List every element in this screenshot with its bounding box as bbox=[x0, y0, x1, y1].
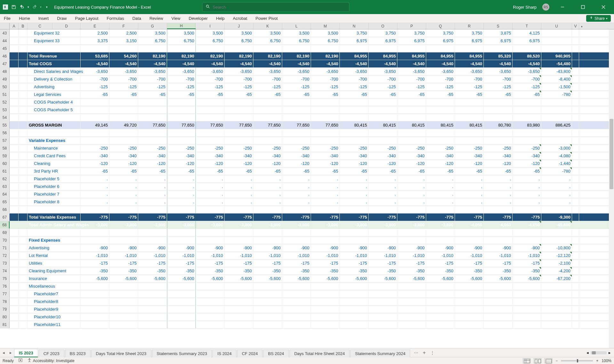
row-61[interactable]: 613rd Party HR-65-65-65-65-65-65-65-65-6… bbox=[0, 167, 614, 175]
cell-O73[interactable]: -175 bbox=[369, 259, 397, 267]
cell-Q47[interactable]: -4,540 bbox=[426, 60, 455, 67]
cell-P60[interactable]: -120 bbox=[397, 160, 426, 167]
cell-V53[interactable] bbox=[572, 106, 579, 113]
cell-G58[interactable]: -250 bbox=[138, 144, 167, 152]
cell-N80[interactable] bbox=[340, 313, 369, 321]
cell-G79[interactable] bbox=[138, 306, 167, 313]
cell-N60[interactable]: -120 bbox=[340, 160, 369, 167]
menu-file[interactable]: File bbox=[4, 16, 11, 21]
row-header-68[interactable]: 68 bbox=[0, 221, 10, 228]
cell-U76[interactable] bbox=[541, 283, 572, 290]
cell-P66[interactable] bbox=[397, 206, 426, 213]
cell-U44[interactable] bbox=[541, 37, 572, 44]
cell-U48[interactable]: -43,800 bbox=[541, 68, 572, 75]
cell-F43[interactable]: 2,500 bbox=[109, 29, 138, 37]
cell-N79[interactable] bbox=[340, 306, 369, 313]
cell-R80[interactable] bbox=[455, 313, 484, 321]
cell-S68[interactable]: -4,050 bbox=[484, 221, 513, 228]
cell-B64[interactable] bbox=[19, 190, 28, 198]
cell-J47[interactable]: -4,540 bbox=[225, 60, 253, 67]
sheet-tab-cf-2023[interactable]: CF 2023 bbox=[39, 350, 64, 357]
cell-Q73[interactable]: -175 bbox=[426, 259, 455, 267]
col-header-V[interactable]: V bbox=[572, 23, 579, 29]
col-header-J[interactable]: J bbox=[225, 23, 253, 29]
cell-R67[interactable]: -775 bbox=[455, 213, 484, 221]
cell-Q62[interactable]: . bbox=[426, 175, 455, 182]
cell-N64[interactable]: . bbox=[340, 190, 369, 198]
cell-R44[interactable]: 6,975 bbox=[455, 37, 484, 44]
cell-E67[interactable]: -775 bbox=[81, 213, 109, 221]
cell-N48[interactable]: -3,650 bbox=[340, 68, 369, 75]
row-header-54[interactable]: 54 bbox=[0, 114, 10, 121]
cell-R73[interactable]: -175 bbox=[455, 259, 484, 267]
cell-K78[interactable] bbox=[253, 298, 282, 305]
cell-S63[interactable]: . bbox=[484, 183, 513, 190]
search-box[interactable] bbox=[202, 2, 349, 12]
row-label[interactable]: Total Admin Salary and Wages bbox=[28, 221, 81, 228]
cell-S43[interactable]: 3,875 bbox=[484, 29, 513, 37]
cell-K73[interactable]: -175 bbox=[253, 259, 282, 267]
cell-I63[interactable]: . bbox=[196, 183, 225, 190]
cell-H59[interactable]: -340 bbox=[167, 152, 196, 159]
row-label[interactable]: Total Revenue bbox=[28, 52, 81, 60]
cell-J81[interactable] bbox=[225, 321, 253, 328]
cell-R64[interactable]: . bbox=[455, 190, 484, 198]
cell-N69[interactable] bbox=[340, 229, 369, 236]
cell-V64[interactable] bbox=[572, 190, 579, 198]
cell-O52[interactable] bbox=[369, 98, 397, 106]
row-43[interactable]: 43Equipment 322,5002,5003,5003,5003,5003… bbox=[0, 29, 614, 37]
cell-I48[interactable]: -3,650 bbox=[196, 68, 225, 75]
cell-B44[interactable] bbox=[19, 37, 28, 44]
cell-L73[interactable]: -175 bbox=[282, 259, 311, 267]
cell-U51[interactable]: -780 bbox=[541, 91, 572, 98]
cell-B72[interactable] bbox=[19, 252, 28, 259]
row-header-80[interactable]: 80 bbox=[0, 313, 10, 321]
cell-P63[interactable]: . bbox=[397, 183, 426, 190]
accessibility-icon[interactable] bbox=[27, 358, 32, 363]
cell-L52[interactable] bbox=[282, 98, 311, 106]
cell-S73[interactable]: -175 bbox=[484, 259, 513, 267]
cell-P68[interactable]: -3,800 bbox=[397, 221, 426, 228]
cell-N63[interactable]: . bbox=[340, 183, 369, 190]
cell-K70[interactable] bbox=[253, 236, 282, 244]
cell-F81[interactable] bbox=[109, 321, 138, 328]
cell-S54[interactable] bbox=[484, 114, 513, 121]
cell-U70[interactable] bbox=[541, 236, 572, 244]
cell-A80[interactable] bbox=[10, 313, 19, 321]
cell-J64[interactable]: . bbox=[225, 190, 253, 198]
cell-S78[interactable] bbox=[484, 298, 513, 305]
row-52[interactable]: 52COGS Placeholder 4 bbox=[0, 98, 614, 106]
cell-N66[interactable] bbox=[340, 206, 369, 213]
cell-V60[interactable] bbox=[572, 160, 579, 167]
cell-J74[interactable]: -350 bbox=[225, 267, 253, 275]
row-label[interactable]: GROSS MARGIN bbox=[28, 121, 81, 129]
cell-Q54[interactable] bbox=[426, 114, 455, 121]
cell-N57[interactable] bbox=[340, 137, 369, 144]
cell-I79[interactable] bbox=[196, 306, 225, 313]
cell-H76[interactable] bbox=[167, 283, 196, 290]
cell-L63[interactable]: . bbox=[282, 183, 311, 190]
row-header-69[interactable]: 69 bbox=[0, 229, 10, 236]
cell-U56[interactable] bbox=[541, 129, 572, 136]
cell-P55[interactable]: 80,415 bbox=[397, 121, 426, 129]
hscroll-left-icon[interactable]: ◂ bbox=[586, 350, 589, 355]
cell-T68[interactable]: -4,050 bbox=[513, 221, 541, 228]
col-header-M[interactable]: M bbox=[311, 23, 340, 29]
cell-O47[interactable]: -4,540 bbox=[369, 60, 397, 67]
cell-A75[interactable] bbox=[10, 275, 19, 282]
col-header-R[interactable]: R bbox=[455, 23, 484, 29]
cell-K56[interactable] bbox=[253, 129, 282, 136]
menu-insert[interactable]: Insert bbox=[38, 16, 49, 21]
cell-K51[interactable]: -65 bbox=[253, 91, 282, 98]
cell-N54[interactable] bbox=[340, 114, 369, 121]
view-page-break-button[interactable] bbox=[545, 358, 552, 363]
cell-T76[interactable] bbox=[513, 283, 541, 290]
cell-M60[interactable]: -120 bbox=[311, 160, 340, 167]
cell-A51[interactable] bbox=[10, 91, 19, 98]
row-label[interactable]: Placeholder 7 bbox=[28, 190, 81, 198]
cell-B81[interactable] bbox=[19, 321, 28, 328]
cell-M66[interactable] bbox=[311, 206, 340, 213]
cell-V79[interactable] bbox=[572, 306, 579, 313]
row-header-46[interactable]: 46 bbox=[0, 52, 10, 60]
row-label[interactable]: Equipment 33 bbox=[28, 37, 81, 44]
